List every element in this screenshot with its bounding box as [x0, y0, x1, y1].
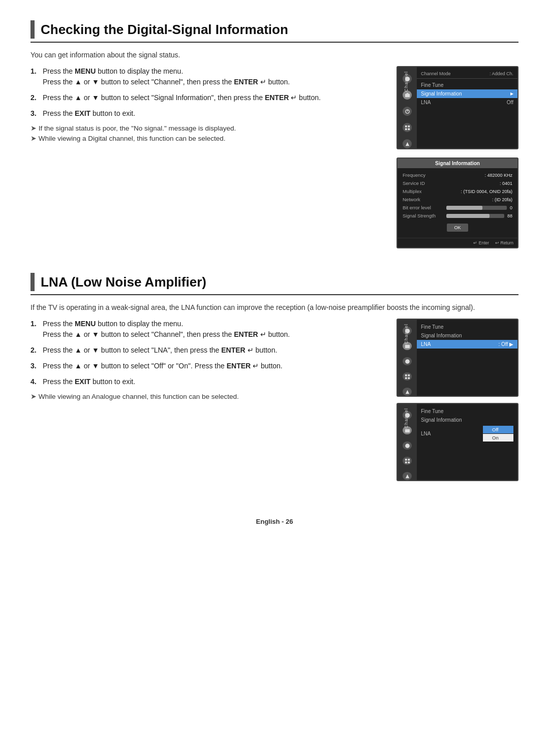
lna2-menu-lna-item: LNA Off On	[417, 424, 517, 443]
tv-signal-info-screen: Signal Information Frequency : 482000 KH…	[396, 158, 518, 248]
section2-instructions: 1. Press the MENU button to display the …	[30, 319, 381, 402]
lna-menu-lna-item: LNA : Off ▶	[417, 340, 517, 349]
step-1-content: Press the MENU button to display the men…	[43, 66, 381, 87]
lna2-tv-icon-3	[403, 442, 412, 450]
section1-intro: You can get information about the signal…	[30, 51, 518, 59]
tv-lna-menu-1: Fine Tune Signal Information LNA : Off ▶	[417, 320, 517, 396]
lna-tv-icon-4	[403, 372, 412, 381]
section1-heading-container: Checking the Digital-Signal Information	[30, 20, 518, 43]
tv-lna-menu-screen-1: Channel	[396, 319, 518, 397]
section1-steps: 1. Press the MENU button to display the …	[30, 66, 381, 119]
svg-marker-9	[405, 142, 409, 145]
lna-step-4: 4. Press the EXIT button to exit.	[30, 376, 381, 387]
section2-notes: While viewing an Analogue channel, this …	[30, 392, 381, 400]
lna-step-2: 2. Press the ▲ or ▼ button to select "LN…	[30, 345, 381, 356]
svg-point-12	[405, 359, 409, 363]
enter-key-lna-3: ENTER	[227, 362, 251, 370]
tv-icon-2	[403, 90, 412, 100]
signal-row-network: Network : (ID 20fa)	[403, 197, 512, 202]
section2-steps: 1. Press the MENU button to display the …	[30, 319, 381, 387]
svg-rect-21	[405, 458, 407, 460]
svg-rect-24	[408, 461, 410, 463]
bit-error-fill	[446, 206, 482, 210]
tv-signal-footer: ↵ Enter ↩ Return	[398, 238, 517, 247]
lna-note-1: While viewing an Analogue channel, this …	[30, 392, 381, 400]
dropdown-off[interactable]: Off	[483, 426, 513, 433]
page-footer: English - 26	[30, 518, 518, 525]
tv-lna-menu-2: Fine Tune Signal Information LNA Off On	[417, 404, 517, 480]
lna-step-1-num: 1.	[30, 319, 39, 340]
svg-rect-5	[405, 125, 407, 127]
tv-menu-signal-info: Signal Information ▶	[417, 89, 517, 98]
section2-screenshots: Channel	[396, 319, 518, 487]
signal-row-strength: Signal Strength 88	[403, 213, 512, 218]
strength-fill	[446, 214, 490, 218]
bit-error-label: Bit error level	[403, 205, 443, 210]
tv-icon-5	[403, 139, 412, 148]
tv-channel-menu: Channel Mode : Added Ch. Fine Tune Signa…	[417, 67, 517, 148]
signal-row-frequency: Frequency : 482000 KHz	[403, 172, 512, 178]
step-3-content: Press the EXIT button to exit.	[43, 108, 381, 119]
section1-instructions: 1. Press the MENU button to display the …	[30, 66, 381, 144]
multiplex-value: : (TSID 0004, ONID 20fa)	[461, 189, 512, 194]
tv-signal-body: Frequency : 482000 KHz Service ID : 0401…	[398, 168, 517, 238]
lna-step-2-content: Press the ▲ or ▼ button to select "LNA",…	[43, 345, 381, 356]
lna-menu-fine-tune: Fine Tune	[417, 323, 517, 331]
svg-rect-19	[405, 429, 409, 432]
svg-rect-23	[405, 461, 407, 463]
section1-content-layout: 1. Press the MENU button to display the …	[30, 66, 518, 253]
tv-icon-3	[403, 107, 412, 116]
tv-menu-fine-tune: Fine Tune	[417, 81, 517, 89]
step-2-content: Press the ▲ or ▼ button to select "Signa…	[43, 92, 381, 103]
multiplex-label: Multiplex	[403, 188, 443, 194]
signal-info-label: Signal Information	[421, 91, 462, 97]
enter-key-lna-2: ENTER	[221, 346, 245, 354]
section-lna: LNA (Low Noise Amplifier) If the TV is o…	[30, 273, 518, 487]
tv-lna-sidebar-1: Channel	[398, 320, 417, 396]
svg-rect-22	[408, 458, 410, 460]
svg-rect-13	[405, 374, 407, 376]
lna2-menu-fine-tune: Fine Tune	[417, 407, 517, 416]
tv-lna-sidebar-2: Channel	[398, 404, 417, 480]
ok-button[interactable]: OK	[447, 224, 468, 232]
lna-tv-icon-3	[403, 357, 412, 365]
lna2-signal-info-label: Signal Information	[421, 417, 462, 423]
fine-tune-label: Fine Tune	[421, 82, 443, 88]
heading-bar	[30, 20, 35, 39]
enter-key-2: ENTER	[265, 93, 289, 102]
strength-value: 88	[507, 213, 512, 218]
svg-rect-15	[405, 377, 407, 379]
step-1: 1. Press the MENU button to display the …	[30, 66, 381, 87]
sidebar-channel-label: Channel	[404, 71, 409, 92]
section1-notes: If the signal status is poor, the "No si…	[30, 124, 381, 142]
svg-rect-11	[405, 344, 409, 348]
svg-rect-2	[406, 92, 408, 93]
dropdown-on[interactable]: On	[483, 434, 513, 442]
tv-signal-title: Signal Information	[398, 159, 517, 168]
svg-rect-8	[408, 128, 410, 130]
lna-step-3-content: Press the ▲ or ▼ button to select "Off" …	[43, 361, 381, 371]
section1-title: Checking the Digital-Signal Information	[41, 22, 288, 38]
network-value: : (ID 20fa)	[492, 197, 512, 202]
svg-rect-6	[408, 125, 410, 127]
section2-title: LNA (Low Noise Amplifier)	[41, 274, 206, 290]
tv-lna-inner-2: Channel	[398, 404, 517, 480]
svg-rect-7	[405, 128, 407, 130]
signal-info-arrow: ▶	[510, 91, 513, 96]
exit-key-lna: EXIT	[75, 377, 90, 386]
step-2-num: 2.	[30, 92, 39, 103]
service-id-label: Service ID	[403, 180, 443, 186]
svg-marker-17	[405, 390, 409, 393]
lna-step-2-num: 2.	[30, 345, 39, 356]
section1-screenshots: Channel	[396, 66, 518, 253]
signal-row-service-id: Service ID : 0401	[403, 180, 512, 186]
lna-fine-tune-label: Fine Tune	[421, 324, 443, 330]
lna-step-3: 3. Press the ▲ or ▼ button to select "Of…	[30, 361, 381, 371]
exit-key-1: EXIT	[75, 109, 90, 117]
strength-bar	[446, 214, 504, 218]
tv-menu-lna: LNA Off	[417, 98, 517, 107]
lna2-tv-icon-4	[403, 457, 412, 465]
svg-rect-1	[405, 93, 409, 97]
lna-lna-label: LNA	[421, 341, 431, 347]
lna-step-1: 1. Press the MENU button to display the …	[30, 319, 381, 340]
